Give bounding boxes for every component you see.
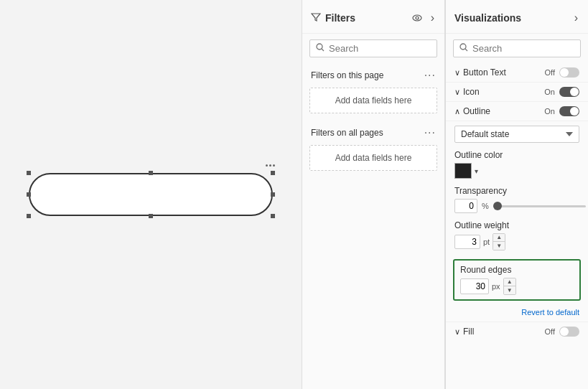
- viz-header: Visualizations ›: [446, 0, 588, 34]
- selection-indicator: [266, 164, 275, 167]
- svg-point-1: [416, 17, 419, 19]
- transparency-controls: %: [454, 199, 579, 213]
- shape-container[interactable]: [29, 173, 273, 216]
- resize-handle-ml[interactable]: [27, 192, 31, 197]
- svg-line-5: [465, 49, 467, 51]
- round-edges-section: Round edges px ▲ ▼: [453, 259, 581, 301]
- filters-search-box[interactable]: [309, 39, 437, 57]
- filters-header: Filters ›: [302, 0, 444, 34]
- icon-toggle-container: On: [544, 87, 579, 97]
- filters-header-icons: ›: [411, 10, 436, 26]
- button-text-label: ∨ Button Text: [454, 67, 506, 78]
- filters-expand-button[interactable]: ›: [429, 10, 436, 26]
- filters-all-pages-section: Filters on all pages ···: [302, 121, 444, 142]
- outline-row: ∧ Outline On: [446, 102, 588, 121]
- round-edges-controls: px ▲ ▼: [460, 278, 574, 295]
- filters-title: Filters: [325, 12, 355, 24]
- outline-state: On: [544, 107, 555, 116]
- resize-handle-br[interactable]: [271, 214, 275, 218]
- outline-color-row: Outline color ▾: [446, 147, 588, 183]
- viz-expand-button[interactable]: ›: [573, 10, 579, 26]
- fill-state: Off: [545, 327, 555, 336]
- revert-to-default-link[interactable]: Revert to default: [521, 308, 579, 317]
- revert-row: Revert to default: [446, 305, 588, 322]
- weight-controls: pt ▲ ▼: [454, 233, 579, 250]
- add-fields-all-pages-label: Add data fields here: [335, 153, 412, 163]
- transparency-label: Transparency: [454, 186, 579, 196]
- transparency-unit: %: [482, 202, 489, 210]
- round-edges-stepper: ▲ ▼: [503, 278, 516, 295]
- all-pages-section-label: Filters on all pages: [311, 128, 383, 138]
- all-pages-section-menu[interactable]: ···: [424, 126, 436, 139]
- outline-weight-row: Outline weight pt ▲ ▼: [446, 217, 588, 255]
- icon-chevron[interactable]: ∨: [454, 88, 460, 97]
- button-text-toggle-circle: [560, 68, 569, 77]
- default-state-dropdown[interactable]: Default state: [454, 126, 579, 143]
- resize-handle-mr[interactable]: [271, 192, 275, 197]
- add-fields-page[interactable]: Add data fields here: [309, 88, 437, 113]
- round-edges-unit: px: [492, 282, 500, 291]
- outline-color-swatch[interactable]: [454, 163, 472, 179]
- button-text-state: Off: [545, 68, 555, 77]
- resize-handle-tm[interactable]: [149, 171, 153, 175]
- outline-toggle-circle: [570, 107, 579, 116]
- button-text-row: ∨ Button Text Off: [446, 63, 588, 83]
- filters-search-icon: [316, 43, 325, 54]
- filters-panel: Filters › Filters on this page ··· Add d…: [302, 0, 445, 389]
- add-fields-page-label: Add data fields here: [335, 95, 412, 106]
- outline-toggle[interactable]: [559, 106, 579, 116]
- icon-row: ∨ Icon On: [446, 83, 588, 102]
- button-text-chevron[interactable]: ∨: [454, 68, 460, 78]
- fill-toggle-circle: [560, 327, 569, 336]
- outline-weight-stepper: ▲ ▼: [493, 233, 505, 250]
- add-fields-all-pages[interactable]: Add data fields here: [309, 145, 437, 171]
- default-state-dropdown-row: Default state: [446, 121, 588, 147]
- round-edges-up[interactable]: ▲: [504, 278, 515, 286]
- round-edges-input[interactable]: [460, 278, 489, 294]
- outline-chevron[interactable]: ∧: [454, 107, 460, 116]
- transparency-slider[interactable]: [493, 205, 586, 207]
- svg-line-3: [322, 49, 324, 51]
- round-edges-label: Round edges: [460, 265, 574, 275]
- canvas-area: [0, 0, 302, 389]
- color-swatch-container: ▾: [454, 163, 579, 179]
- icon-toggle-circle: [570, 88, 579, 96]
- icon-text: Icon: [463, 87, 480, 97]
- page-section-menu[interactable]: ···: [424, 69, 436, 82]
- fill-toggle[interactable]: [559, 327, 579, 337]
- button-text-toggle[interactable]: [559, 67, 579, 78]
- transparency-row: Transparency %: [446, 183, 588, 217]
- outline-weight-unit: pt: [483, 238, 490, 246]
- rounded-rectangle-shape[interactable]: [29, 173, 273, 216]
- outline-toggle-container: On: [544, 106, 579, 116]
- color-dropdown-arrow[interactable]: ▾: [475, 167, 478, 175]
- outline-weight-down[interactable]: ▼: [493, 242, 505, 250]
- round-edges-down[interactable]: ▼: [504, 286, 515, 294]
- outline-weight-input[interactable]: [454, 235, 480, 249]
- viz-search-box[interactable]: [453, 39, 581, 57]
- visualizations-panel: Visualizations › ∨ Button Text Off ∨ Ico…: [445, 0, 588, 389]
- viz-title: Visualizations: [454, 12, 521, 24]
- svg-point-4: [460, 44, 466, 50]
- icon-toggle[interactable]: [559, 87, 579, 97]
- outline-text: Outline: [463, 106, 490, 116]
- resize-handle-bl[interactable]: [27, 214, 31, 218]
- outline-color-label: Outline color: [454, 150, 579, 160]
- fill-row: ∨ Fill Off: [446, 322, 588, 341]
- filters-search-input[interactable]: [329, 43, 431, 54]
- fill-chevron[interactable]: ∨: [454, 327, 460, 337]
- button-text-text: Button Text: [463, 67, 506, 78]
- filters-eye-button[interactable]: [411, 11, 424, 25]
- viz-search-input[interactable]: [472, 43, 574, 54]
- outline-weight-up[interactable]: ▲: [493, 234, 505, 242]
- resize-handle-tr[interactable]: [271, 171, 275, 175]
- resize-handle-tl[interactable]: [27, 171, 31, 175]
- viz-search-icon: [459, 43, 468, 54]
- button-text-toggle-container: Off: [545, 67, 579, 78]
- resize-handle-bm[interactable]: [149, 214, 153, 218]
- fill-text: Fill: [463, 327, 474, 337]
- transparency-value-input[interactable]: [454, 199, 477, 213]
- fill-label: ∨ Fill: [454, 327, 474, 337]
- svg-point-0: [413, 15, 421, 21]
- svg-point-2: [317, 44, 322, 50]
